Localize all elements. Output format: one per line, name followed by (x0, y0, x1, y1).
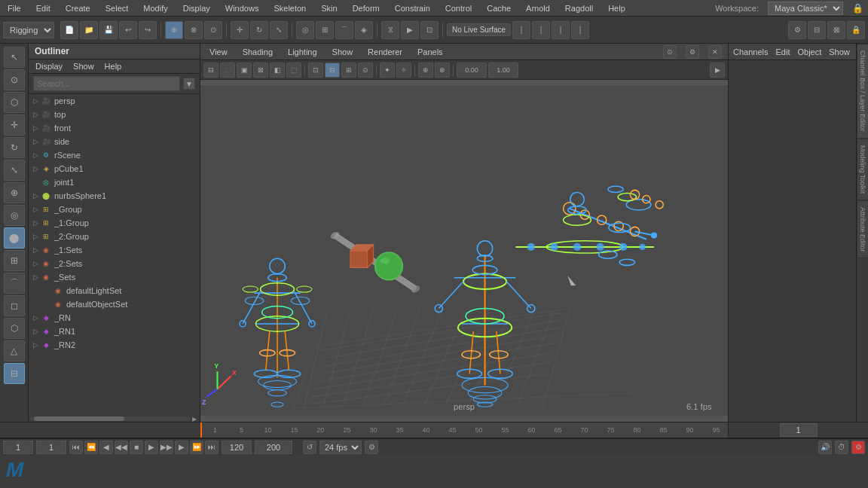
current-frame-input[interactable] (3, 441, 33, 454)
iconbar-paint[interactable]: ⬡ (4, 92, 25, 113)
vp-icon-settings[interactable]: ⚙ (686, 45, 699, 59)
iconbar-mesh[interactable]: ⬡ (4, 318, 25, 339)
iconbar-subdiv[interactable]: ⊟ (4, 363, 25, 384)
vp-btn-hud[interactable]: ⊗ (435, 63, 450, 78)
toolbar-btn-3[interactable]: | (552, 21, 570, 39)
toolbar-btn-rotate[interactable]: ↻ (250, 21, 268, 39)
mode-select[interactable]: Rigging (3, 22, 54, 38)
menu-control[interactable]: Control (442, 2, 475, 14)
menu-arnold[interactable]: Arnold (523, 2, 553, 14)
toolbar-btn-redo[interactable]: ↪ (139, 21, 157, 39)
channel-box-menu-channels[interactable]: Channels (733, 47, 768, 56)
outliner-content[interactable]: ▷ 🎥 persp ▷ 🎥 top ▷ 🎥 front ▷ 🎥 side ▷ (29, 94, 200, 416)
toolbar-btn-settings[interactable]: ⚙ (788, 21, 806, 39)
btn-sound[interactable]: 🔊 (818, 441, 832, 454)
btn-play-fwd[interactable]: ▶▶ (160, 441, 173, 454)
menu-cache[interactable]: Cache (484, 2, 514, 14)
iconbar-soft[interactable]: ◎ (4, 205, 25, 226)
outliner-item-joint1[interactable]: ◎ joint1 (29, 175, 200, 189)
outliner-item-rn1[interactable]: ▷ ◆ _RN1 (29, 325, 200, 338)
toolbar-btn-new[interactable]: 📄 (60, 21, 78, 39)
menu-skeleton[interactable]: Skeleton (270, 2, 309, 14)
menu-ragdoll[interactable]: Ragdoll (562, 2, 596, 14)
vp-btn-resolution[interactable]: ⊠ (253, 63, 268, 78)
toolbar-btn-ipr[interactable]: ⊡ (420, 21, 439, 39)
btn-settings-bottom[interactable]: ⚙ (851, 441, 865, 454)
toolbar-btn-save[interactable]: 💾 (99, 21, 118, 39)
toolbar-btn-grid[interactable]: ⊟ (808, 21, 826, 39)
search-dropdown-arrow[interactable]: ▼ (183, 78, 195, 90)
menu-deform[interactable]: Deform (350, 2, 383, 14)
vp-btn-gate[interactable]: ◧ (270, 63, 285, 78)
outliner-item-pcube1[interactable]: ▷ ◈ pCube1 (29, 162, 200, 175)
outliner-item-persp[interactable]: ▷ 🎥 persp (29, 94, 200, 108)
no-live-surface-btn[interactable]: No Live Surface (447, 23, 511, 36)
fps-select[interactable]: 24 fps 30 fps (319, 441, 362, 454)
toolbar-btn-lock[interactable]: 🔒 (847, 21, 865, 39)
iconbar-universal[interactable]: ⊕ (4, 182, 25, 203)
menu-modify[interactable]: Modify (140, 2, 170, 14)
vp-menu-show[interactable]: Show (329, 46, 356, 58)
vp-btn-wireframe[interactable]: ⊡ (308, 63, 323, 78)
vp-menu-lighting[interactable]: Lighting (285, 46, 320, 58)
outliner-hscroll-thumb[interactable] (34, 416, 124, 421)
btn-play[interactable]: ▶ (145, 441, 158, 454)
menu-file[interactable]: File (5, 2, 24, 14)
outliner-item-side[interactable]: ▷ 🎥 side (29, 135, 200, 148)
iconbar-polygon[interactable]: △ (4, 340, 25, 361)
tab-channel-box[interactable]: Channel Box / Layer Editor (857, 44, 869, 139)
iconbar-select[interactable]: ↖ (4, 47, 25, 68)
outliner-item-1group[interactable]: ▷ ⊞ _1:Group (29, 216, 200, 230)
outliner-item-sets[interactable]: ▷ ◉ _Sets (29, 270, 200, 284)
channel-box-menu-object[interactable]: Object (797, 47, 821, 56)
outliner-item-group[interactable]: ▷ ⊞ _Group (29, 203, 200, 216)
toolbar-btn-1[interactable]: | (512, 21, 530, 39)
vp-icon-close[interactable]: ✕ (708, 45, 722, 59)
toolbar-btn-history[interactable]: ⧖ (381, 21, 399, 39)
vp-btn-render-seq[interactable]: ▶ (710, 63, 725, 78)
channel-box-menu-edit[interactable]: Edit (775, 47, 790, 56)
vp-btn-xray-joint[interactable]: ✧ (396, 63, 411, 78)
viewport-canvas[interactable]: X Y Z persp 6.1 fps (200, 80, 728, 422)
timeline-row[interactable]: 1 5 10 15 20 25 30 35 40 45 50 55 60 65 … (0, 422, 868, 438)
toolbar-btn-scale[interactable]: ⤡ (270, 21, 288, 39)
timeline-frame-input[interactable] (780, 423, 818, 437)
toolbar-btn-select[interactable]: ⊕ (165, 21, 183, 39)
outliner-item-rn[interactable]: ▷ ◆ _RN (29, 311, 200, 325)
vp-btn-texture[interactable]: ⊞ (341, 63, 356, 78)
outliner-item-2group[interactable]: ▷ ⊞ _2:Group (29, 230, 200, 243)
vp-btn-camera[interactable]: 🎥 (220, 63, 235, 78)
menu-skin[interactable]: Skin (318, 2, 340, 14)
iconbar-lasso[interactable]: ⊙ (4, 69, 25, 90)
menu-windows[interactable]: Windows (222, 2, 262, 14)
iconbar-deform[interactable]: ⊞ (4, 250, 25, 271)
btn-go-end[interactable]: ⏭ (205, 441, 219, 454)
menu-create[interactable]: Create (63, 2, 93, 14)
outliner-item-rscene[interactable]: ▷ ⚙ rScene (29, 148, 200, 162)
total-frames-input[interactable] (255, 441, 292, 454)
toolbar-btn-move[interactable]: ✛ (231, 21, 249, 39)
toolbar-btn-render[interactable]: ▶ (401, 21, 419, 39)
iconbar-rotate[interactable]: ↻ (4, 137, 25, 158)
iconbar-surface[interactable]: ◻ (4, 295, 25, 316)
btn-stop[interactable]: ■ (130, 441, 143, 454)
outliner-item-top[interactable]: ▷ 🎥 top (29, 108, 200, 121)
iconbar-sculpt[interactable]: ⬤ (4, 227, 25, 249)
toolbar-btn-lasso[interactable]: ⊗ (185, 21, 203, 39)
vp-menu-panels[interactable]: Panels (414, 46, 446, 58)
outliner-menu-show[interactable]: Show (71, 61, 96, 72)
vp-menu-view[interactable]: View (206, 46, 231, 58)
outliner-item-2sets[interactable]: ▷ ◉ _2:Sets (29, 257, 200, 270)
toolbar-btn-2[interactable]: | (532, 21, 550, 39)
outliner-item-1sets[interactable]: ▷ ◉ _1:Sets (29, 243, 200, 257)
toolbar-btn-4[interactable]: | (571, 21, 589, 39)
range-end-input[interactable] (222, 441, 252, 454)
btn-step-back[interactable]: ◀ (99, 441, 113, 454)
menu-help[interactable]: Help (605, 2, 628, 14)
menu-select[interactable]: Select (102, 2, 132, 14)
vp-btn-isolate[interactable]: ⊕ (418, 63, 433, 78)
outliner-item-nurbssphere1[interactable]: ▷ ⬤ nurbsSphere1 (29, 189, 200, 203)
vp-btn-region[interactable]: ⬚ (286, 63, 301, 78)
iconbar-scale[interactable]: ⤡ (4, 160, 25, 181)
menu-edit[interactable]: Edit (33, 2, 53, 14)
